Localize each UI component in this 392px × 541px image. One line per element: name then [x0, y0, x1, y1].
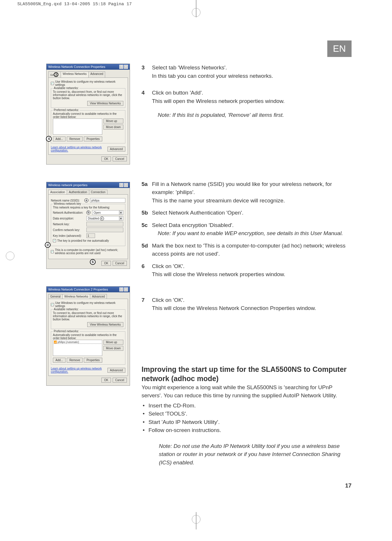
step-4-note: Note: If this list is populated, 'Remove… [158, 111, 352, 119]
crop-circle [192, 515, 200, 524]
tab-connection[interactable]: Connection [89, 190, 108, 194]
move-up-button[interactable]: Move up [103, 340, 123, 345]
tab-association[interactable]: Association [48, 190, 67, 194]
list-item: Insert the CD-Rom. [142, 402, 352, 410]
preferred-desc: Automatically connect to available netwo… [53, 333, 123, 340]
callout-3: 3 [54, 72, 58, 77]
available-desc: To connect to, disconnect from, or find … [53, 311, 123, 321]
list-item: Select 'TOOLS'. [142, 410, 352, 418]
use-windows-checkbox[interactable]: ✓ [51, 82, 54, 85]
callout-6: 6 [90, 259, 96, 265]
preferred-desc: Automatically connect to available netwo… [53, 112, 123, 119]
crop-circle [192, 8, 200, 17]
key-desc: This network requires a key for the foll… [53, 206, 123, 209]
step-5d: 5d Mark the box next to 'This is a compu… [142, 242, 352, 258]
dialog-wireless-network-properties: Wireless network properties ? × Associat… [46, 182, 130, 269]
help-icon[interactable]: ? [119, 65, 123, 69]
preferred-listbox[interactable] [53, 119, 102, 135]
view-wireless-networks-button[interactable]: View Wireless Networks [87, 101, 123, 106]
improve-heading: Improving the start up time for the SLA5… [142, 365, 352, 383]
remove-button[interactable]: Remove [67, 136, 83, 141]
use-windows-checkbox[interactable]: ✓ [51, 303, 54, 306]
enc-label: Data encryption: [53, 217, 85, 220]
available-desc: To connect to, disconnect from, or find … [53, 90, 123, 100]
preferred-listbox[interactable]: 📶 philips (Automatic) [53, 340, 102, 356]
confirm-input [86, 228, 123, 232]
move-up-button[interactable]: Move up [103, 119, 123, 123]
tab-authentication[interactable]: Authentication [67, 190, 89, 194]
add-button[interactable]: Add... [53, 136, 66, 141]
properties-button[interactable]: Properties [84, 358, 102, 363]
advanced-button[interactable]: Advanced [107, 368, 125, 373]
auth-label: Network Authentication: [53, 211, 85, 214]
close-icon[interactable]: × [124, 183, 128, 187]
auth-select[interactable]: Open▾ [92, 210, 123, 215]
remove-button[interactable]: Remove [67, 358, 83, 363]
dialog-titlebar: Wireless Network Connection Properties ?… [47, 64, 130, 70]
list-item[interactable]: 📶 philips (Automatic) [54, 341, 101, 344]
ok-button[interactable]: OK [101, 156, 111, 161]
callout-4: 4 [46, 136, 52, 142]
chevron-down-icon: ▾ [119, 211, 122, 215]
tab-wireless-networks[interactable]: Wireless Networks [61, 71, 89, 77]
callout-c: c [100, 217, 104, 221]
improve-note: Note: Do not use the Auto IP Network Uti… [159, 442, 352, 467]
available-networks-group: Available networks: [53, 86, 79, 90]
learn-link[interactable]: Learn about setting up wireless network … [51, 367, 107, 373]
keyindex-input: 1 [86, 233, 95, 238]
preferred-networks-group: Preferred networks: [53, 330, 80, 333]
dialog-title-text: Wireless network properties [48, 183, 88, 187]
ssid-input[interactable]: philips [90, 198, 125, 203]
step-5c-note: Note: If you want to enable WEP encrypti… [158, 229, 352, 238]
cancel-button[interactable]: Cancel [113, 261, 127, 266]
move-down-button[interactable]: Move down [103, 125, 123, 130]
view-wireless-networks-button[interactable]: View Wireless Networks [87, 322, 123, 327]
chevron-down-icon: ▾ [119, 216, 122, 220]
step-5a: 5a Fill in a Network name (SSID) you wou… [142, 180, 352, 205]
tab-advanced[interactable]: Advanced [90, 294, 107, 299]
ok-button[interactable]: OK [101, 261, 111, 266]
tab-wireless-networks[interactable]: Wireless Networks [62, 294, 90, 299]
callout-a: a [84, 198, 88, 202]
keyindex-label: Key index (advanced): [53, 234, 85, 237]
cancel-button[interactable]: Cancel [113, 156, 127, 161]
use-windows-label: Use Windows to configure my wireless net… [55, 301, 125, 308]
advanced-button[interactable]: Advanced [107, 147, 125, 152]
add-button[interactable]: Add... [53, 358, 66, 363]
auto-key-label: The key is provided for me automatically [57, 239, 109, 242]
enc-select[interactable]: Disabled c▾ [86, 216, 123, 221]
move-down-button[interactable]: Move down [103, 346, 123, 351]
tab-advanced[interactable]: Advanced [88, 71, 105, 77]
step-4: 4 Click on button 'Add'. This will open … [142, 89, 352, 119]
properties-button[interactable]: Properties [84, 136, 102, 141]
auto-key-checkbox[interactable]: ✓ [53, 239, 56, 242]
callout-b: b [86, 211, 90, 215]
learn-link[interactable]: Learn about setting up wireless network … [51, 146, 107, 152]
step-3: 3 Select tab 'Wireless Networks'. In thi… [142, 64, 352, 80]
help-icon[interactable]: ? [119, 287, 123, 291]
dialog-wireless-connection-properties: Wireless Network Connection Properties ?… [46, 64, 130, 165]
step-6: 6 Click on 'OK'. This will close the Wir… [142, 262, 352, 279]
available-networks-group: Available networks: [53, 308, 79, 311]
step-7: 7 Click on 'OK'. This will close the Wir… [142, 296, 352, 313]
adhoc-checkbox[interactable]: ✓ [51, 250, 54, 253]
list-item: Follow on-screen instructions. [142, 426, 352, 435]
ok-button[interactable]: OK [101, 378, 111, 383]
close-icon[interactable]: × [124, 65, 128, 69]
adhoc-label: This is a computer-to-computer (ad hoc) … [55, 248, 125, 255]
dialog-title-text: Wireless Network Connection 2 Properties [48, 288, 108, 291]
improve-bullets: Insert the CD-Rom. Select 'TOOLS'. Start… [142, 402, 352, 435]
improve-body: You might experience a long wait while t… [142, 383, 352, 400]
netkey-input [86, 222, 123, 226]
tab-general[interactable]: Ge3 [48, 71, 61, 77]
cancel-button[interactable]: Cancel [113, 378, 127, 383]
language-badge: EN [327, 40, 352, 57]
dialog-title-text: Wireless Network Connection Properties [48, 65, 105, 69]
tab-general[interactable]: General [48, 294, 63, 299]
step-5c: 5c Select Data encryption 'Disabled'. No… [142, 221, 352, 238]
help-icon[interactable]: ? [119, 183, 123, 187]
page-number: 17 [345, 482, 352, 489]
netkey-label: Network key: [53, 223, 85, 226]
close-icon[interactable]: × [124, 287, 128, 291]
ssid-label: Network name (SSID): [51, 199, 83, 202]
